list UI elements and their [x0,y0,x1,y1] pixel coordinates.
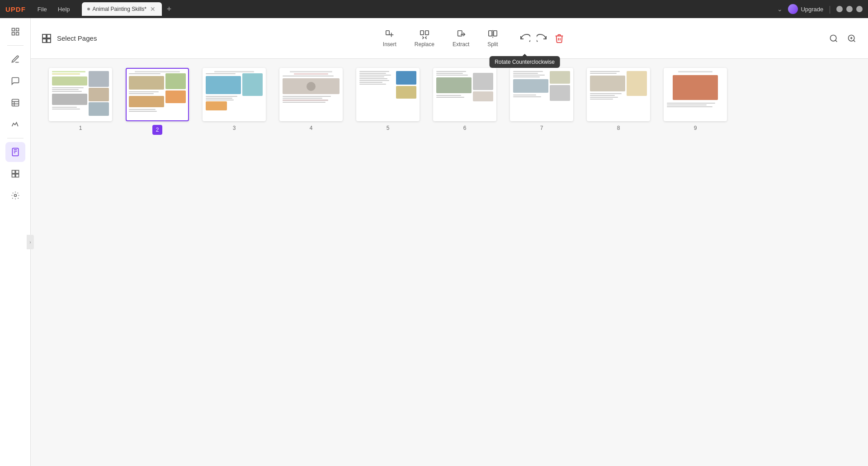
sidebar-panel-toggle[interactable]: › [27,235,34,249]
svg-rect-15 [15,174,19,177]
page-thumb-3[interactable] [203,68,266,121]
app-logo: UPDF [5,5,26,13]
page-item-5[interactable]: 5 [356,68,420,135]
close-button[interactable]: ✕ [856,6,863,12]
svg-rect-8 [12,148,18,156]
svg-point-31 [830,35,836,41]
page-item-3[interactable]: 3 [203,68,266,135]
svg-rect-3 [16,33,19,35]
app-body: › Select Pages [0,18,868,466]
page-number-4: 4 [310,125,313,131]
svg-rect-18 [47,34,51,38]
page-item-1[interactable]: 1 [49,68,112,135]
page-number-1: 1 [79,125,82,131]
advanced-search-button[interactable] [844,31,859,46]
sidebar-item-pages-active[interactable] [5,142,25,162]
window-controls: ─ □ ✕ [836,6,863,12]
page-number-3: 3 [233,125,236,131]
insert-label: Insert [383,41,396,48]
svg-line-32 [835,40,837,42]
maximize-button[interactable]: □ [846,6,853,12]
tab-close-button[interactable]: ✕ [149,5,156,13]
select-pages-icon [40,32,53,45]
svg-rect-25 [425,30,429,34]
sidebar-item-organize[interactable] [5,164,25,184]
page-item-7[interactable]: 7 [510,68,573,135]
search-button[interactable] [826,31,841,46]
svg-rect-20 [47,39,51,43]
sidebar-item-edit[interactable] [5,49,25,69]
svg-rect-1 [16,29,19,31]
page-number-8: 8 [617,125,620,131]
sidebar-item-comment[interactable] [5,71,25,91]
page-item-4[interactable]: 4 [279,68,343,135]
left-sidebar: › [0,18,31,466]
select-pages-label: Select Pages [57,34,97,42]
svg-point-16 [14,195,16,197]
page-item-6[interactable]: 6 [433,68,496,135]
replace-button[interactable]: Replace [406,26,443,51]
rotate-ccw-group: Rotate Counterclockwise [516,30,533,47]
tab-active[interactable]: Animal Painting Skills* ✕ [82,2,162,16]
svg-rect-19 [42,39,46,43]
page-number-7: 7 [540,125,543,131]
tab-label: Animal Painting Skills* [93,6,146,12]
replace-label: Replace [415,41,434,48]
split-button[interactable]: Split [478,26,507,51]
page-thumb-5[interactable] [356,68,420,121]
titlebar-right: ⌄ Upgrade | ─ □ ✕ [777,4,863,14]
toolbar-right [826,31,859,46]
delete-button[interactable] [551,30,568,47]
page-number-6: 6 [463,125,467,131]
svg-rect-24 [420,30,424,34]
new-tab-button[interactable]: + [164,4,175,14]
toolbar-actions: Insert Replace [115,26,826,51]
sidebar-item-sign[interactable] [5,114,25,134]
page-thumb-6[interactable] [433,68,496,121]
sidebar-divider-top [7,45,24,46]
svg-line-34 [854,40,855,42]
page-thumb-2[interactable] [126,68,189,121]
page-thumb-4[interactable] [279,68,343,121]
split-label: Split [487,41,498,48]
thumbnails-area: 1 [31,59,868,466]
svg-rect-4 [12,100,19,106]
svg-rect-17 [42,34,46,38]
toolbar: Select Pages Insert [31,18,868,59]
titlebar-separator: | [829,5,831,14]
titlebar: UPDF File Help Animal Painting Skills* ✕… [0,0,868,18]
thumbnails-grid: 1 [49,68,850,135]
minimize-button[interactable]: ─ [836,6,843,12]
window-dropdown-icon[interactable]: ⌄ [777,5,783,13]
rotate-ccw-button[interactable]: Rotate Counterclockwise [516,30,533,47]
svg-rect-13 [15,171,19,174]
page-item-2[interactable]: 2 [126,68,189,135]
menu-file[interactable]: File [33,4,52,14]
svg-rect-14 [12,174,15,177]
sidebar-divider-mid [7,138,24,138]
page-item-8[interactable]: 8 [587,68,650,135]
upgrade-label: Upgrade [801,6,823,13]
page-item-9[interactable]: 9 [664,68,727,135]
svg-rect-0 [12,29,14,31]
sidebar-item-viewer[interactable] [5,22,25,42]
menu-help[interactable]: Help [53,4,75,14]
user-avatar [788,4,798,14]
page-thumb-7[interactable] [510,68,573,121]
sidebar-item-tools[interactable] [5,185,25,205]
page-number-2: 2 [152,125,162,135]
tab-modified-dot [87,8,90,10]
sidebar-item-forms[interactable] [5,93,25,113]
menu-bar: File Help [33,4,75,14]
svg-rect-21 [386,30,389,34]
rotate-cw-button[interactable] [533,30,551,47]
page-thumb-9[interactable] [664,68,727,121]
insert-button[interactable]: Insert [374,26,406,51]
svg-rect-28 [489,30,492,36]
svg-rect-12 [12,171,15,174]
upgrade-button[interactable]: Upgrade [788,4,823,14]
page-thumb-1[interactable] [49,68,112,121]
extract-button[interactable]: Extract [443,26,478,51]
svg-rect-2 [12,33,14,35]
page-thumb-8[interactable] [587,68,650,121]
